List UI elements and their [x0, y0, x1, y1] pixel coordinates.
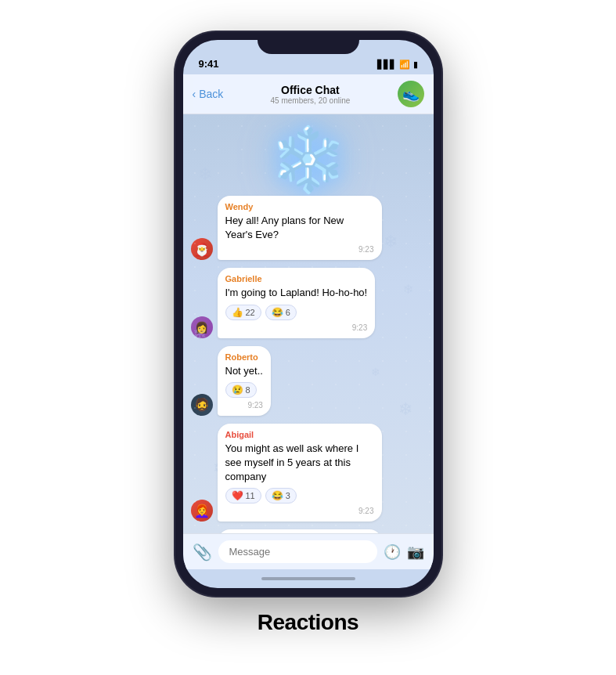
reactions-row: 👍 22 😂 6: [225, 305, 368, 320]
message-row: 🎅 Wendy Actually... I'm throwing a party…: [191, 529, 426, 533]
reaction-badge[interactable]: 😂 3: [265, 488, 297, 504]
message-bubble: Wendy Actually... I'm throwing a party, …: [218, 529, 382, 533]
reaction-count: 8: [246, 385, 250, 395]
back-chevron-icon: ‹: [193, 88, 196, 100]
status-icons: ▋▋▋ 📶 ▮: [377, 60, 418, 70]
snowflake-sticker: ❄️: [191, 128, 426, 191]
reactions-row: 😢 8: [225, 382, 263, 398]
message-row: 🎅 Wendy Hey all! Any plans for New Year'…: [191, 196, 426, 260]
header-center: Office Chat 45 members, 20 online: [271, 84, 351, 105]
reaction-count: 22: [246, 308, 255, 317]
message-bubble: Wendy Hey all! Any plans for New Year's …: [218, 196, 382, 260]
sender-name: Abigail: [225, 430, 374, 439]
message-text: You might as well ask where I see myself…: [225, 442, 374, 485]
abigail-avatar: 👩‍🦰: [191, 500, 213, 522]
sender-name: Gabrielle: [225, 274, 368, 283]
message-time: 9:23: [225, 245, 374, 254]
wendy-avatar: 🎅: [191, 238, 213, 260]
message-bubble: Roberto Not yet.. 😢 8 9:23: [218, 346, 271, 416]
reaction-badge[interactable]: 😂 6: [265, 305, 297, 320]
reaction-count: 6: [286, 308, 290, 317]
gabrielle-avatar: 👩: [191, 316, 213, 338]
message-row: 👩‍🦰 Abigail You might as well ask where …: [191, 424, 426, 522]
message-text: I'm going to Lapland! Ho-ho-ho!: [225, 286, 368, 300]
battery-icon: ▮: [413, 60, 418, 70]
chat-title: Office Chat: [271, 84, 351, 96]
message-time: 9:23: [225, 401, 263, 410]
wifi-icon: 📶: [399, 60, 410, 70]
reaction-emoji: 😂: [272, 307, 283, 318]
message-row: 🧔 Roberto Not yet.. 😢 8 9:23: [191, 346, 426, 416]
page-title: Reactions: [258, 610, 358, 635]
voice-icon[interactable]: 🕐: [384, 543, 401, 561]
reaction-count: 3: [286, 491, 290, 500]
input-bar: 📎 🕐 📷: [183, 533, 434, 569]
header-avatar[interactable]: 👟: [398, 81, 424, 107]
reaction-emoji: 👍: [232, 307, 243, 318]
message-input[interactable]: [218, 540, 377, 563]
message-time: 9:23: [225, 507, 374, 515]
chat-subtitle: 45 members, 20 online: [271, 96, 351, 105]
message-text: Not yet..: [225, 364, 263, 378]
back-label: Back: [199, 88, 223, 100]
phone-frame: 9:41 ▋▋▋ 📶 ▮ ‹ Back Office Chat 45 membe…: [175, 32, 441, 596]
sender-name: Wendy: [225, 202, 374, 211]
back-button[interactable]: ‹ Back: [193, 88, 224, 100]
reactions-row: ❤️ 11 😂 3: [225, 488, 374, 504]
home-bar: [261, 577, 355, 580]
chat-header: ‹ Back Office Chat 45 members, 20 online…: [183, 74, 434, 114]
signal-icon: ▋▋▋: [377, 60, 396, 70]
camera-icon[interactable]: 📷: [407, 543, 424, 561]
reaction-count: 11: [246, 491, 255, 500]
reaction-emoji: ❤️: [232, 490, 243, 501]
notch: [258, 32, 359, 54]
reaction-emoji: 😢: [232, 384, 243, 395]
message-bubble: Gabrielle I'm going to Lapland! Ho-ho-ho…: [218, 268, 376, 338]
phone-screen: 9:41 ▋▋▋ 📶 ▮ ‹ Back Office Chat 45 membe…: [183, 40, 434, 588]
attach-icon[interactable]: 📎: [193, 543, 212, 561]
message-bubble: Abigail You might as well ask where I se…: [218, 424, 382, 522]
message-row: 👩 Gabrielle I'm going to Lapland! Ho-ho-…: [191, 268, 426, 338]
status-time: 9:41: [199, 58, 219, 70]
page-wrapper: 9:41 ▋▋▋ 📶 ▮ ‹ Back Office Chat 45 membe…: [175, 16, 441, 659]
chat-body: ❄ ❄ ❄ ❄ ❄ ❄ ❄ ❄️ 🎅 Wendy Hey: [183, 114, 434, 533]
roberto-avatar: 🧔: [191, 394, 213, 416]
reaction-badge[interactable]: 👍 22: [225, 305, 261, 320]
home-indicator: [183, 569, 434, 588]
reaction-emoji: 😂: [272, 490, 283, 501]
message-time: 9:23: [225, 323, 368, 332]
reaction-badge[interactable]: ❤️ 11: [225, 488, 261, 504]
reaction-badge[interactable]: 😢 8: [225, 382, 257, 398]
sender-name: Roberto: [225, 352, 263, 362]
message-text: Hey all! Any plans for New Year's Eve?: [225, 214, 374, 242]
